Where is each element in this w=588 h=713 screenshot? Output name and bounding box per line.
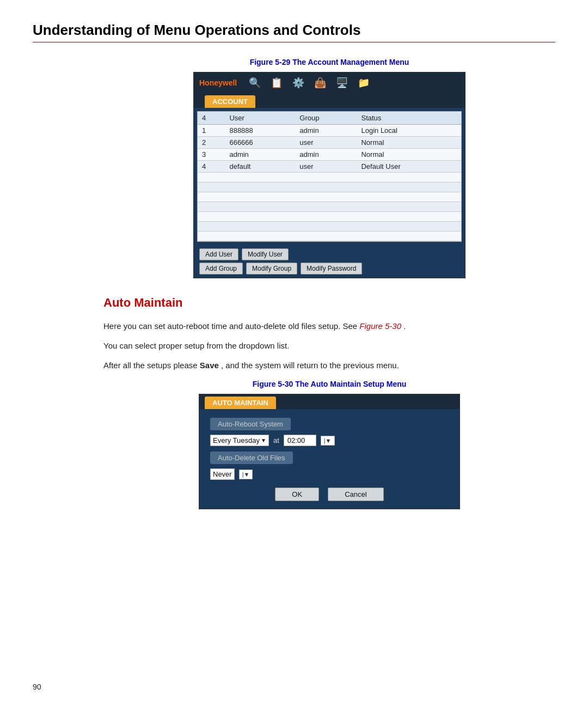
brand-label: Honeywell (199, 78, 237, 87)
para3: After all the setups please Save , and t… (33, 359, 555, 372)
auto-maintain-menu: AUTO MAINTAIN Auto-Reboot System Every T… (199, 394, 460, 509)
auto-delete-label: Auto-Delete Old Files (210, 452, 293, 464)
account-table-wrap: 4 User Group Status 1 888888 admin Login… (197, 111, 462, 242)
reboot-time-input[interactable]: 02:00 (284, 435, 316, 446)
col-group: Group (295, 112, 357, 125)
info-icon[interactable]: 📁 (356, 76, 372, 90)
reboot-day-select[interactable]: Every Tuesday ▼ (210, 435, 269, 446)
empty-row (198, 202, 461, 212)
modify-user-button[interactable]: Modify User (242, 248, 289, 260)
ok-button[interactable]: OK (275, 487, 319, 501)
empty-row (198, 231, 461, 241)
account-buttons: Add User Modify User Add Group Modify Gr… (194, 245, 465, 278)
row-user: 666666 (225, 137, 295, 149)
modify-password-button[interactable]: Modify Password (301, 263, 362, 275)
am-body: Auto-Reboot System Every Tuesday ▼ at 02… (199, 409, 460, 509)
row-status: Normal (357, 137, 461, 149)
empty-row (198, 173, 461, 182)
account-management-menu: Honeywell 🔍 📋 ⚙️ 👜 🖥️ 📁 ACCOUNT 4 User (193, 72, 465, 278)
reboot-row: Every Tuesday ▼ at 02:00 |▼ (210, 435, 449, 446)
col-num: 4 (198, 112, 225, 125)
delete-row: Never |▼ (210, 468, 449, 480)
auto-reboot-label: Auto-Reboot System (210, 418, 291, 430)
row-status: Normal (357, 149, 461, 161)
row-num: 3 (198, 149, 225, 161)
row-user: default (225, 161, 295, 173)
empty-row (198, 212, 461, 222)
para1-prefix: Here you can set auto-reboot time and au… (103, 321, 357, 331)
table-row[interactable]: 2 666666 user Normal (198, 137, 461, 149)
page-number: 90 (33, 682, 41, 691)
am-tab[interactable]: AUTO MAINTAIN (205, 397, 276, 409)
row-num: 4 (198, 161, 225, 173)
at-label: at (273, 436, 279, 444)
para3-bold: Save (200, 361, 219, 370)
row-status: Login Local (357, 125, 461, 137)
para1: Here you can set auto-reboot time and au… (33, 320, 555, 333)
reboot-time-value: 02:00 (287, 436, 305, 444)
para1-suffix: . (403, 321, 406, 331)
row-group: user (295, 161, 357, 173)
table-row[interactable]: 3 admin admin Normal (198, 149, 461, 161)
table-row[interactable]: 4 default user Default User (198, 161, 461, 173)
row-num: 2 (198, 137, 225, 149)
delete-value: Never (213, 470, 232, 478)
account-topbar: Honeywell 🔍 📋 ⚙️ 👜 🖥️ 📁 (194, 72, 465, 93)
para3-prefix: After all the setups please (103, 361, 198, 370)
button-row-2: Add Group Modify Group Modify Password (199, 263, 460, 275)
row-group: user (295, 137, 357, 149)
account-table: 4 User Group Status 1 888888 admin Login… (198, 112, 461, 241)
para2: You can select proper setup from the dro… (33, 339, 555, 352)
account-tab[interactable]: ACCOUNT (205, 95, 255, 108)
empty-row (198, 182, 461, 192)
network-icon[interactable]: 🖥️ (334, 76, 350, 90)
row-user: 888888 (225, 125, 295, 137)
dropdown-arrow-icon: ▼ (261, 437, 266, 443)
figure30-caption: Figure 5-30 The Auto Maintain Setup Menu (33, 380, 555, 388)
row-num: 1 (198, 125, 225, 137)
time-arrow-button[interactable]: |▼ (321, 436, 335, 446)
row-group: admin (295, 149, 357, 161)
cancel-button[interactable]: Cancel (328, 487, 383, 501)
empty-row (198, 222, 461, 231)
document-icon[interactable]: 📋 (268, 76, 285, 90)
account-tab-row: ACCOUNT (194, 93, 465, 108)
col-status: Status (357, 112, 461, 125)
add-user-button[interactable]: Add User (199, 248, 238, 260)
figure30-link[interactable]: Figure 5-30 (359, 321, 401, 331)
row-status: Default User (357, 161, 461, 173)
search-icon[interactable]: 🔍 (247, 76, 263, 90)
row-group: admin (295, 125, 357, 137)
delete-arrow-button[interactable]: |▼ (239, 470, 253, 479)
button-row-1: Add User Modify User (199, 248, 460, 260)
account-icon[interactable]: 👜 (312, 76, 328, 90)
am-ok-row: OK Cancel (210, 487, 449, 501)
empty-row (198, 192, 461, 202)
col-user: User (225, 112, 295, 125)
reboot-day-value: Every Tuesday (213, 436, 260, 444)
am-tab-row: AUTO MAINTAIN (199, 394, 460, 409)
page-title: Understanding of Menu Operations and Con… (33, 22, 555, 42)
topbar-icons: 🔍 📋 ⚙️ 👜 🖥️ 📁 (247, 76, 372, 90)
figure29-caption: Figure 5-29 The Account Management Menu (33, 58, 555, 66)
delete-value-select[interactable]: Never (210, 468, 235, 480)
settings-icon[interactable]: ⚙️ (290, 76, 307, 90)
modify-group-button[interactable]: Modify Group (246, 263, 297, 275)
table-row[interactable]: 1 888888 admin Login Local (198, 125, 461, 137)
row-user: admin (225, 149, 295, 161)
add-group-button[interactable]: Add Group (199, 263, 243, 275)
auto-maintain-title: Auto Maintain (33, 296, 555, 310)
para3-suffix: , and the system will return to the prev… (221, 361, 399, 370)
